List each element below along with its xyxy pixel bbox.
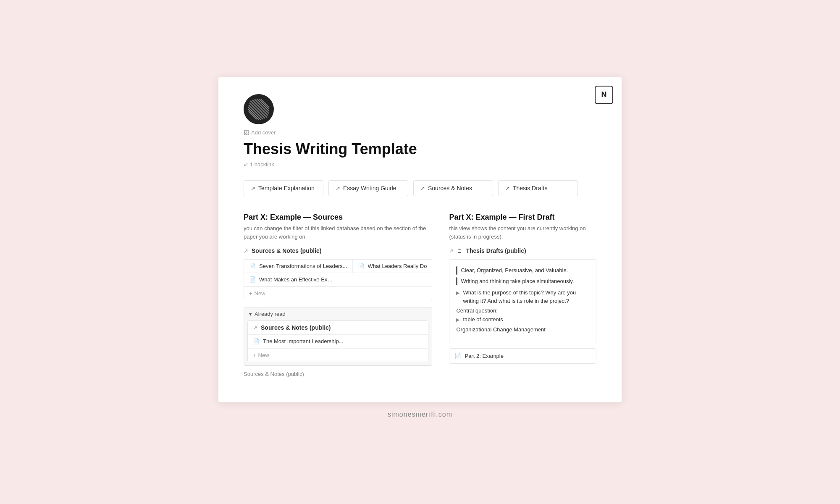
draft-line-5[interactable]: ▶ table of contents xyxy=(456,315,589,324)
backlink[interactable]: ↙ 1 backlink xyxy=(244,161,596,168)
right-section-desc: this view shows the content you are curr… xyxy=(449,224,596,241)
left-section-title: Part X: Example — Sources xyxy=(244,213,432,222)
table-row[interactable]: 📄 Seven Transformations of Leaders... xyxy=(244,260,353,273)
external-link-icon: ↗ xyxy=(420,185,425,192)
plus-icon: + xyxy=(253,352,256,358)
external-link-icon: ↗ xyxy=(505,185,510,192)
draft-line-3[interactable]: ▶ What is the purpose of this topic? Why… xyxy=(456,289,589,305)
left-db-heading: ↗ Sources & Notes (public) xyxy=(244,247,432,254)
left-column: Part X: Example — Sources you can change… xyxy=(244,213,432,377)
new-label: New xyxy=(258,352,269,358)
already-read-content: ↗ Sources & Notes (public) 📄 The Most Im… xyxy=(244,320,432,365)
quote-bar xyxy=(456,277,457,286)
chevron-down-icon: ▾ xyxy=(249,311,252,317)
page-icon xyxy=(244,94,274,124)
expand-triangle-icon: ▶ xyxy=(456,316,459,323)
sources-table: 📄 Seven Transformations of Leaders... 📄 … xyxy=(244,259,432,300)
sources-footer: Sources & Notes (public) xyxy=(244,371,432,377)
quick-links-row: ↗ Template Explanation ↗ Essay Writing G… xyxy=(244,180,596,196)
page-title: Thesis Writing Template xyxy=(244,140,596,158)
draft-panel: Clear, Organized, Persuasive, and Valuab… xyxy=(449,259,596,343)
draft-line-1: Clear, Organized, Persuasive, and Valuab… xyxy=(456,266,589,275)
already-read-toggle[interactable]: ▾ Already read xyxy=(244,307,432,320)
table-row[interactable]: 📄 What Makes an Effective Executive xyxy=(244,273,338,286)
doc-icon: 📄 xyxy=(358,263,365,269)
table-row[interactable]: 📄 The Most Important Leadership... xyxy=(248,335,428,348)
table-row[interactable]: 📄 What Leaders Really Do xyxy=(353,260,432,273)
doc-icon: 📄 xyxy=(249,263,256,269)
doc-icon: 📄 xyxy=(253,338,260,344)
new-row-button[interactable]: + New xyxy=(244,286,432,300)
quick-link-thesis-drafts[interactable]: ↗ Thesis Drafts xyxy=(498,180,578,196)
external-link-icon: ↗ xyxy=(336,185,340,192)
page-wrapper: N 🖼 Add cover Thesis Writing Template xyxy=(218,77,622,402)
right-db-heading: ↗ 🗒 Thesis Drafts (public) xyxy=(449,247,596,254)
draft-line-6: Organizational Change Management xyxy=(456,326,589,333)
external-link-icon: ↗ xyxy=(251,185,255,192)
quick-link-essay-writing-guide[interactable]: ↗ Essay Writing Guide xyxy=(328,180,408,196)
expand-arrow-icon: ↗ xyxy=(244,248,248,254)
left-section-desc: you can change the filter of this linked… xyxy=(244,224,432,241)
new-already-read-button[interactable]: + New xyxy=(248,348,428,362)
expand-arrow-icon: ↗ xyxy=(449,248,454,254)
plus-icon: + xyxy=(249,290,252,297)
db-icon: 🗒 xyxy=(457,248,462,254)
quick-link-template-explanation[interactable]: ↗ Template Explanation xyxy=(244,180,323,196)
sources-table-rows: 📄 Seven Transformations of Leaders... 📄 … xyxy=(244,260,432,273)
draft-line-4: Central question: xyxy=(456,307,589,314)
watermark: simonesmerilli.com xyxy=(388,411,452,418)
add-cover-button[interactable]: 🖼 Add cover xyxy=(244,129,596,136)
already-read-db: ↗ Sources & Notes (public) 📄 The Most Im… xyxy=(247,320,428,362)
quote-bar xyxy=(456,266,457,275)
expand-arrow-icon: ↗ xyxy=(253,325,257,331)
doc-icon: 📄 xyxy=(454,353,461,359)
new-label: New xyxy=(255,290,265,297)
backlink-arrow-icon: ↙ xyxy=(244,161,248,168)
already-read-group: ▾ Already read ↗ Sources & Notes (public… xyxy=(244,307,432,366)
part2-link[interactable]: 📄 Part 2: Example xyxy=(449,348,596,364)
draft-line-2: Writing and thinking take place simultan… xyxy=(456,277,589,286)
main-content: Part X: Example — Sources you can change… xyxy=(244,213,596,377)
image-icon: 🖼 xyxy=(244,129,249,136)
right-section-title: Part X: Example — First Draft xyxy=(449,213,596,222)
doc-icon: 📄 xyxy=(249,276,256,283)
expand-triangle-icon: ▶ xyxy=(456,289,459,297)
quick-link-sources-notes[interactable]: ↗ Sources & Notes xyxy=(413,180,493,196)
right-column: Part X: Example — First Draft this view … xyxy=(449,213,596,377)
notion-logo: N xyxy=(595,86,613,104)
already-read-db-heading: ↗ Sources & Notes (public) xyxy=(248,321,428,335)
